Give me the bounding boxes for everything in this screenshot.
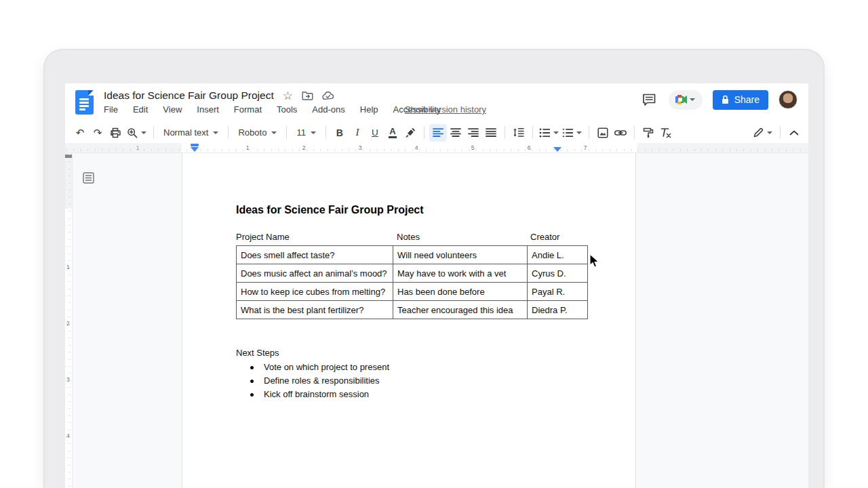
italic-icon: I [355, 127, 359, 138]
next-steps-list: Vote on which project to present Define … [250, 361, 389, 401]
left-indent-marker[interactable] [191, 147, 199, 152]
table-cell[interactable]: Cyrus D. [528, 264, 588, 283]
align-center-button[interactable] [447, 124, 465, 142]
table-cell[interactable]: What is the best plant fertilizer? [237, 301, 393, 319]
docs-logo-line [79, 105, 89, 107]
zoom-button[interactable] [124, 124, 149, 142]
table-cell[interactable]: May have to work with a vet [393, 264, 528, 283]
next-steps-heading[interactable]: Next Steps [236, 348, 279, 358]
menu-item[interactable]: Tools [277, 104, 297, 115]
bullet-icon [250, 380, 254, 383]
line-spacing-button[interactable] [510, 124, 528, 142]
mouse-cursor-icon [589, 253, 599, 271]
bulleted-list-button[interactable] [538, 124, 561, 142]
chevron-up-icon [789, 130, 799, 136]
font-size-value: 11 [296, 127, 306, 138]
hide-menus-button[interactable] [785, 124, 803, 142]
menu-item[interactable]: View [163, 104, 182, 115]
font-size-selector[interactable]: 11 [292, 124, 321, 142]
redo-button[interactable]: ↷ [89, 124, 106, 142]
clear-formatting-button[interactable] [657, 124, 675, 142]
table-cell[interactable]: Payal R. [528, 283, 588, 301]
highlight-color-button[interactable] [401, 124, 419, 142]
table-cell[interactable]: Teacher encouraged this idea [393, 301, 528, 319]
paragraph-style-selector[interactable]: Normal text [159, 124, 223, 142]
underline-button[interactable]: U [366, 124, 384, 142]
list-item-text: Vote on which project to present [264, 361, 389, 374]
vertical-ruler[interactable]: 1234 [65, 153, 73, 488]
indent-marker-left[interactable] [191, 144, 199, 152]
menu-item[interactable]: Edit [133, 104, 148, 115]
chevron-down-icon [141, 131, 146, 134]
table-cell[interactable]: How to keep ice cubes from melting? [237, 283, 393, 301]
zoom-icon [127, 127, 138, 138]
undo-button[interactable]: ↶ [71, 124, 89, 142]
document-title[interactable]: Ideas for Science Fair Group Project [104, 89, 274, 102]
table-cell[interactable]: Does music affect an animal’s mood? [237, 264, 393, 283]
right-indent-marker[interactable] [553, 147, 561, 152]
paint-format-button[interactable] [639, 124, 657, 142]
ruler-label: 3 [66, 376, 70, 383]
table-cell[interactable]: Andie L. [528, 246, 588, 264]
clear-formatting-icon [660, 127, 671, 138]
list-item[interactable]: Vote on which project to present [250, 361, 389, 374]
table-cell[interactable]: Has been done before [393, 283, 528, 301]
first-line-indent-marker[interactable] [191, 144, 199, 146]
menu-item[interactable]: Help [360, 104, 378, 115]
share-button[interactable]: Share [713, 90, 768, 110]
menu-item[interactable]: File [104, 104, 118, 115]
lock-icon [722, 95, 729, 104]
chevron-down-icon [553, 131, 559, 134]
link-icon [614, 129, 627, 137]
meet-call-button[interactable] [669, 90, 703, 110]
table-cell[interactable]: Does smell affect taste? [237, 246, 393, 264]
move-to-folder-icon[interactable] [302, 91, 313, 101]
editing-mode-button[interactable] [751, 124, 775, 142]
menu-item[interactable]: Insert [197, 104, 219, 115]
italic-button[interactable]: I [349, 124, 366, 142]
bold-icon: B [336, 127, 343, 138]
list-item-text: Kick off brainstorm session [264, 388, 369, 401]
document-heading[interactable]: Ideas for Science Fair Group Project [236, 204, 424, 216]
chevron-down-icon [213, 131, 218, 134]
project-table[interactable]: Does smell affect taste? Will need volun… [236, 245, 588, 319]
ruler-label: 7 [584, 144, 587, 151]
numbered-list-button[interactable] [561, 124, 584, 142]
list-item[interactable]: Define roles & responsibilities [250, 374, 389, 388]
document-outline-icon [83, 172, 94, 184]
align-left-button[interactable] [429, 124, 447, 142]
docs-logo-fold [88, 90, 94, 96]
menu-item[interactable]: Add-ons [312, 104, 344, 115]
document-area: 1234 Ideas for Science Fair Group Projec… [65, 153, 808, 488]
document-outline-button[interactable] [81, 171, 95, 184]
share-button-label: Share [734, 94, 760, 105]
google-docs-logo-icon[interactable] [75, 90, 94, 115]
toolbar-separator [532, 126, 533, 139]
insert-image-button[interactable] [594, 124, 612, 142]
ruler-label: 4 [66, 432, 70, 439]
chevron-down-icon [767, 131, 772, 134]
project-table-body: Does smell affect taste? Will need volun… [237, 246, 588, 319]
table-cell[interactable]: Will need volunteers [393, 246, 528, 264]
cloud-saved-icon[interactable] [322, 92, 334, 100]
document-page[interactable]: Ideas for Science Fair Group Project Pro… [182, 153, 636, 488]
menu-item[interactable]: Format [234, 104, 262, 115]
font-family-selector[interactable]: Roboto [233, 124, 281, 142]
comment-icon[interactable] [641, 91, 658, 108]
bold-button[interactable]: B [331, 124, 349, 142]
list-item[interactable]: Kick off brainstorm session [250, 388, 389, 401]
print-button[interactable] [106, 124, 124, 142]
star-icon[interactable]: ☆ [283, 90, 293, 102]
user-avatar[interactable] [778, 90, 797, 109]
show-version-history-link[interactable]: Show version history [405, 104, 486, 115]
text-color-button[interactable]: A [384, 124, 401, 142]
align-right-button[interactable] [465, 124, 482, 142]
justify-button[interactable] [482, 124, 500, 142]
table-column-label[interactable]: Creator [530, 232, 559, 242]
horizontal-ruler[interactable]: 11234567 [65, 143, 808, 153]
table-column-label[interactable]: Notes [397, 232, 420, 242]
table-cell[interactable]: Diedra P. [528, 301, 588, 319]
insert-link-button[interactable] [612, 124, 629, 142]
title-row: Ideas for Science Fair Group Project ☆ [104, 89, 334, 102]
table-column-label[interactable]: Project Name [236, 232, 290, 242]
